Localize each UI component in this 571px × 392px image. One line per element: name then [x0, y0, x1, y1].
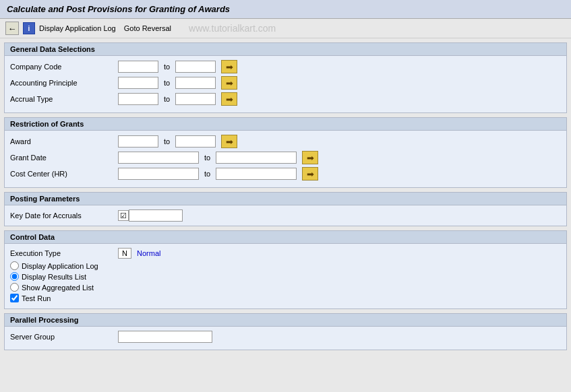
- grant-date-from-input[interactable]: [118, 152, 199, 164]
- key-date-checkbox[interactable]: ☑: [118, 210, 129, 221]
- award-to-input[interactable]: [175, 135, 216, 148]
- restriction-grants-header: Restriction of Grants: [5, 118, 566, 131]
- title-bar: Calculate and Post Provisions for Granti…: [0, 0, 571, 19]
- company-code-from-input[interactable]: [118, 61, 158, 73]
- toolbar: ← i Display Application Log Goto Reversa…: [0, 19, 571, 38]
- test-run-checkbox-row: Test Run: [10, 294, 561, 302]
- accounting-principle-to-input[interactable]: [175, 77, 216, 89]
- company-code-arrow-button[interactable]: ➡: [221, 60, 237, 73]
- show-aggregated-list-radio-label: Show Aggregated List: [22, 284, 94, 292]
- display-app-log-radio-label: Display Application Log: [22, 262, 98, 270]
- watermark-text: www.tutorialkart.com: [189, 23, 276, 34]
- award-to-label: to: [164, 137, 170, 145]
- accrual-type-to-input[interactable]: [175, 93, 216, 105]
- cost-center-to-label: to: [204, 170, 210, 178]
- general-data-body: Company Code to ➡ Accounting Principle t…: [5, 56, 566, 112]
- info-icon[interactable]: i: [23, 22, 35, 34]
- general-data-section: General Data Selections Company Code to …: [4, 42, 567, 113]
- award-row: Award to ➡: [10, 135, 561, 148]
- cost-center-row: Cost Center (HR) to ➡: [10, 167, 561, 181]
- cost-center-to-input[interactable]: [216, 168, 297, 180]
- grant-date-to-label: to: [204, 154, 210, 162]
- grant-date-label: Grant Date: [10, 154, 118, 162]
- accounting-principle-to-label: to: [164, 79, 170, 87]
- restriction-grants-body: Award to ➡ Grant Date to ➡ Cost Center (…: [5, 131, 566, 187]
- test-run-checkbox[interactable]: [10, 294, 19, 302]
- server-group-input[interactable]: [118, 331, 212, 343]
- control-data-body: Execution Type N Normal Display Applicat…: [5, 244, 566, 308]
- execution-type-row: Execution Type N Normal: [10, 248, 561, 259]
- accrual-type-label: Accrual Type: [10, 95, 118, 103]
- control-data-section: Control Data Execution Type N Normal Dis…: [4, 230, 567, 309]
- goto-reversal-button[interactable]: Goto Reversal: [124, 24, 171, 32]
- accrual-type-row: Accrual Type to ➡: [10, 92, 561, 106]
- award-from-input[interactable]: [118, 135, 158, 148]
- accounting-principle-label: Accounting Principle: [10, 79, 118, 87]
- general-data-header: General Data Selections: [5, 43, 566, 56]
- grant-date-arrow-button[interactable]: ➡: [302, 151, 318, 164]
- accrual-type-from-input[interactable]: [118, 93, 158, 105]
- test-run-label: Test Run: [22, 294, 51, 302]
- control-data-header: Control Data: [5, 231, 566, 244]
- accrual-type-to-label: to: [164, 95, 170, 103]
- award-arrow-button[interactable]: ➡: [221, 135, 237, 148]
- display-app-log-button[interactable]: Display Application Log: [39, 24, 116, 32]
- display-results-list-radio-label: Display Results List: [22, 273, 86, 281]
- company-code-label: Company Code: [10, 63, 118, 71]
- show-aggregated-list-radio[interactable]: [10, 283, 19, 292]
- posting-params-body: Key Date for Accruals ☑: [5, 205, 566, 226]
- key-date-label: Key Date for Accruals: [10, 211, 118, 220]
- server-group-row: Server Group: [10, 331, 561, 343]
- accounting-principle-arrow-button[interactable]: ➡: [221, 76, 237, 90]
- parallel-processing-section: Parallel Processing Server Group: [4, 313, 567, 350]
- back-button[interactable]: ←: [5, 22, 19, 35]
- cost-center-arrow-button[interactable]: ➡: [302, 167, 318, 181]
- posting-params-section: Posting Parameters Key Date for Accruals…: [4, 192, 567, 226]
- cost-center-label: Cost Center (HR): [10, 170, 118, 178]
- display-app-log-radio[interactable]: [10, 261, 19, 270]
- parallel-processing-body: Server Group: [5, 327, 566, 350]
- display-results-list-radio[interactable]: [10, 272, 19, 281]
- execution-type-value: N: [118, 248, 131, 259]
- cost-center-from-input[interactable]: [118, 168, 199, 180]
- grant-date-row: Grant Date to ➡: [10, 151, 561, 164]
- page-title: Calculate and Post Provisions for Granti…: [7, 4, 230, 14]
- display-app-log-radio-row: Display Application Log: [10, 261, 561, 270]
- parallel-processing-header: Parallel Processing: [5, 314, 566, 327]
- accrual-type-arrow-button[interactable]: ➡: [221, 92, 237, 106]
- execution-type-text: Normal: [137, 249, 160, 257]
- accounting-principle-row: Accounting Principle to ➡: [10, 76, 561, 90]
- award-label: Award: [10, 137, 118, 145]
- company-code-to-label: to: [164, 63, 170, 71]
- grant-date-to-input[interactable]: [216, 152, 297, 164]
- key-date-row: Key Date for Accruals ☑: [10, 209, 561, 222]
- restriction-grants-section: Restriction of Grants Award to ➡ Grant D…: [4, 117, 567, 188]
- server-group-label: Server Group: [10, 333, 118, 341]
- show-aggregated-list-radio-row: Show Aggregated List: [10, 283, 561, 292]
- accounting-principle-from-input[interactable]: [118, 77, 158, 89]
- key-date-input[interactable]: [129, 209, 183, 222]
- company-code-to-input[interactable]: [175, 61, 216, 73]
- posting-params-header: Posting Parameters: [5, 193, 566, 205]
- execution-type-label: Execution Type: [10, 249, 118, 257]
- company-code-row: Company Code to ➡: [10, 60, 561, 73]
- display-results-list-radio-row: Display Results List: [10, 272, 561, 281]
